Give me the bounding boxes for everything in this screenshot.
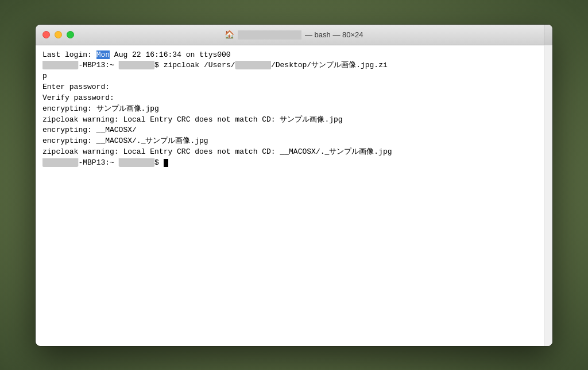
redacted-user2: ████████ [119, 61, 154, 69]
titlebar-content: 🏠 ████████████ — bash — 80×24 [225, 30, 363, 39]
highlight-mon: Mon [96, 50, 110, 59]
titlebar-right-border [544, 25, 552, 45]
line-enc2: encrypting: __MACOSX/ [42, 125, 546, 136]
line-cmd1b: p [42, 71, 546, 82]
line-enc1: encrypting: サンプル画像.jpg [42, 104, 546, 115]
line-warn1: zipcloak warning: Local Entry CRC does n… [42, 115, 546, 126]
line-enc3: encrypting: __MACOSX/._サンプル画像.jpg [42, 136, 546, 147]
redacted-user1: ████████ [42, 61, 78, 69]
titlebar: 🏠 ████████████ — bash — 80×24 [36, 25, 552, 45]
close-button[interactable] [42, 31, 50, 38]
redacted-user4: ████████ [42, 158, 78, 167]
traffic-lights [42, 31, 74, 38]
line-cmd1: ████████-MBP13:~ ████████$ zipcloak /Use… [42, 60, 546, 71]
minimize-button[interactable] [55, 31, 62, 38]
cursor [164, 159, 168, 167]
hostname-label: ████████████ [238, 30, 301, 39]
line-prompt: ████████-MBP13:~ ████████$ [42, 158, 546, 169]
terminal-scrollbar[interactable] [544, 45, 552, 346]
line-login: Last login: Mon Aug 22 16:16:34 on ttys0… [42, 50, 546, 61]
line-warn2: zipcloak warning: Local Entry CRC does n… [42, 147, 546, 158]
terminal-body[interactable]: Last login: Mon Aug 22 16:16:34 on ttys0… [36, 45, 552, 346]
maximize-button[interactable] [67, 31, 74, 38]
line-enter-pw: Enter password: [42, 82, 546, 93]
line-verify-pw: Verify password: [42, 93, 546, 104]
home-icon: 🏠 [225, 30, 234, 39]
redacted-user5: ████████ [119, 158, 154, 167]
redacted-user3: ████████ [235, 61, 271, 69]
terminal-window: 🏠 ████████████ — bash — 80×24 Last login… [36, 25, 552, 346]
title-text: — bash — 80×24 [305, 30, 363, 39]
